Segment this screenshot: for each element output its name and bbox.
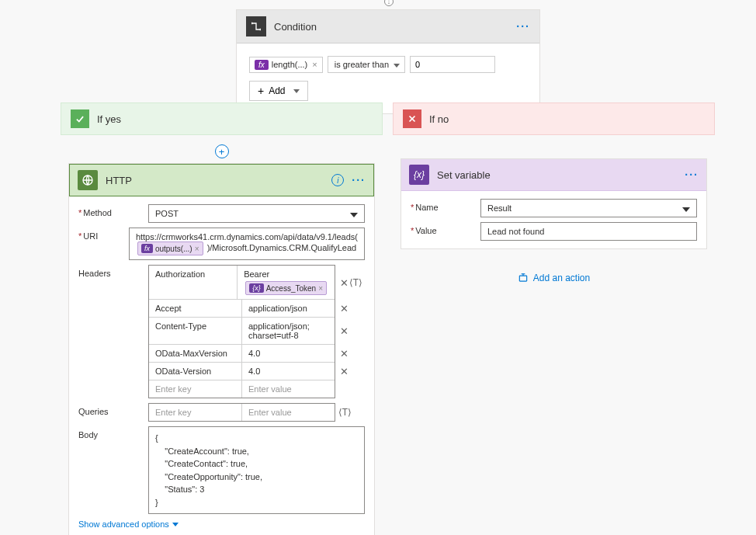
query-row-empty[interactable]: Enter key Enter value ⟨T⟩ xyxy=(149,404,335,421)
header-row[interactable]: OData-MaxVersion 4.0 ✕ xyxy=(149,345,335,363)
method-select[interactable]: POST xyxy=(148,204,365,223)
set-variable-card: {x} Set variable ··· Name Result Value L… xyxy=(401,158,707,249)
method-label: Method xyxy=(78,204,148,217)
sv-value-input[interactable]: Lead not found xyxy=(480,222,697,241)
if-yes-branch: If yes + HTTP i ··· Method POST URI http… xyxy=(61,102,383,535)
condition-menu[interactable]: ··· xyxy=(516,20,530,33)
fx-badge-icon: fx xyxy=(255,60,269,70)
add-action-icon xyxy=(518,273,529,283)
check-icon xyxy=(71,109,89,128)
if-no-label: If no xyxy=(429,113,449,125)
sv-title: Set variable xyxy=(437,169,685,181)
condition-right-operand[interactable] xyxy=(410,56,495,73)
sv-value-label: Value xyxy=(411,222,480,235)
close-icon xyxy=(403,109,421,128)
body-input[interactable]: { "CreateAccount": true, "CreateContact"… xyxy=(148,426,365,514)
condition-header[interactable]: Condition ··· xyxy=(237,10,539,43)
header-row-empty[interactable]: Enter key Enter value xyxy=(149,380,335,398)
fx-badge-icon: fx xyxy=(141,244,153,253)
flow-arrow-in xyxy=(384,0,394,6)
remove-chip-icon[interactable]: × xyxy=(312,60,317,69)
http-icon xyxy=(78,170,98,190)
advanced-options-link[interactable]: Show advanced options xyxy=(78,519,179,529)
header-row[interactable]: Accept application/json ✕ xyxy=(149,300,335,318)
if-no-header[interactable]: If no xyxy=(393,102,715,135)
condition-left-operand[interactable]: fx length(...) × xyxy=(249,57,323,73)
http-action-card: HTTP i ··· Method POST URI https://crmwo… xyxy=(68,163,375,535)
if-yes-header[interactable]: If yes xyxy=(61,102,383,135)
http-menu[interactable]: ··· xyxy=(352,174,366,186)
header-row[interactable]: OData-Version 4.0 ✕ xyxy=(149,363,335,380)
sv-menu[interactable]: ··· xyxy=(685,168,699,181)
header-row[interactable]: Content-Type application/json; charset=u… xyxy=(149,318,335,345)
http-title: HTTP xyxy=(106,175,331,186)
header-row[interactable]: Authorization Bearer {x} Access_Token × … xyxy=(149,266,335,300)
delete-row-icon[interactable]: ✕ xyxy=(340,303,349,314)
svg-rect-3 xyxy=(519,276,526,281)
uri-label: URI xyxy=(78,228,129,241)
plus-icon: + xyxy=(258,85,264,97)
http-header[interactable]: HTTP i ··· xyxy=(69,164,374,196)
add-action-link[interactable]: Add an action xyxy=(518,273,590,283)
auth-token[interactable]: {x} Access_Token × xyxy=(245,281,327,295)
delete-row-icon[interactable]: ✕ xyxy=(340,276,349,288)
variable-icon: {x} xyxy=(409,165,429,185)
delete-row-icon[interactable]: ✕ xyxy=(340,366,349,377)
queries-table: Enter key Enter value ⟨T⟩ xyxy=(148,403,335,422)
format-icon[interactable]: ⟨T⟩ xyxy=(338,407,352,418)
format-icon[interactable]: ⟨T⟩ xyxy=(349,277,362,288)
queries-label: Queries xyxy=(78,403,148,416)
remove-token-icon[interactable]: × xyxy=(195,245,199,253)
headers-table: Authorization Bearer {x} Access_Token × … xyxy=(148,265,335,398)
headers-label: Headers xyxy=(78,265,148,278)
delete-row-icon[interactable]: ✕ xyxy=(340,348,349,360)
insert-step-button[interactable]: + xyxy=(215,144,229,158)
if-no-branch: If no {x} Set variable ··· Name Result V… xyxy=(393,102,715,286)
condition-operator[interactable]: is greater than xyxy=(328,56,405,73)
if-yes-label: If yes xyxy=(97,113,121,125)
uri-token[interactable]: fx outputs(...) × xyxy=(137,241,203,255)
sv-header[interactable]: {x} Set variable ··· xyxy=(401,159,706,191)
add-condition-button[interactable]: + Add xyxy=(249,81,308,101)
remove-token-icon[interactable]: × xyxy=(318,284,323,293)
expr-text: length(...) xyxy=(272,60,307,69)
condition-icon xyxy=(246,16,266,36)
body-label: Body xyxy=(78,426,148,439)
delete-row-icon[interactable]: ✕ xyxy=(340,325,349,337)
condition-card: Condition ··· fx length(...) × is greate… xyxy=(236,9,540,114)
sv-name-select[interactable]: Result xyxy=(480,199,697,217)
condition-title: Condition xyxy=(274,21,516,33)
uri-input[interactable]: https://crmworks41.crm.dynamics.com/api/… xyxy=(129,228,365,260)
info-icon[interactable]: i xyxy=(331,174,344,186)
sv-name-label: Name xyxy=(411,199,480,212)
variable-badge-icon: {x} xyxy=(249,283,264,293)
